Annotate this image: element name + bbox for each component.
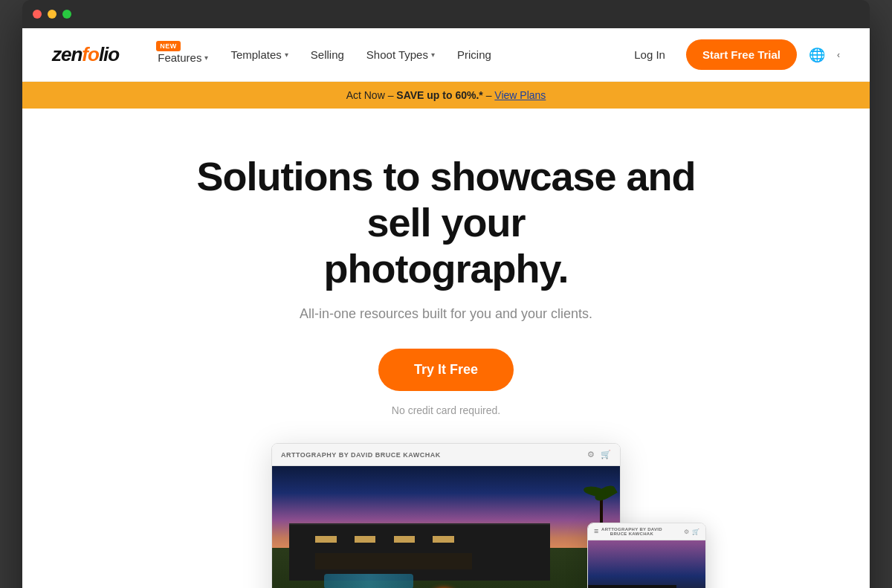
mobile-action-icons: ⚙ 🛒: [684, 529, 699, 535]
browser-window: zenfolio NEW Features ▾ Templates ▾ Sell…: [22, 0, 870, 588]
try-it-free-button[interactable]: Try It Free: [378, 349, 514, 391]
photo-scene: [272, 466, 620, 588]
mockup-action-icons: ⚙ 🛒: [587, 450, 611, 459]
mobile-photo: [588, 540, 705, 588]
pool: [324, 574, 413, 588]
chevron-down-icon: ▾: [431, 51, 435, 59]
mobile-settings-icon[interactable]: ⚙: [684, 529, 689, 535]
mockup-container: ARTTOGRAPHY BY DAVID BRUCE KAWCHAK ⚙ 🛒: [52, 443, 840, 588]
promo-banner: Act Now – SAVE up to 60%.* – View Plans: [22, 82, 870, 109]
mobile-toolbar: ☰ ARTTOGRAPHY BY DAVIDBRUCE KAWCHAK ⚙ 🛒: [588, 523, 705, 540]
nav-item-templates[interactable]: Templates ▾: [222, 42, 297, 67]
globe-icon[interactable]: 🌐: [809, 47, 825, 63]
logo[interactable]: zenfolio: [52, 43, 119, 66]
view-plans-link[interactable]: View Plans: [494, 89, 546, 101]
nav-item-pricing[interactable]: Pricing: [448, 42, 500, 67]
nav-item-selling[interactable]: Selling: [302, 42, 353, 67]
window: [355, 536, 375, 543]
nav-label-features: Features: [158, 51, 201, 64]
nav-label-selling: Selling: [311, 48, 344, 61]
mockup-photo: [272, 466, 620, 588]
chevron-down-icon: ▾: [285, 51, 288, 59]
mobile-mockup: ☰ ARTTOGRAPHY BY DAVIDBRUCE KAWCHAK ⚙ 🛒: [587, 523, 706, 588]
nav-label-shoot-types: Shoot Types: [366, 48, 428, 61]
mockup-site-name: ARTTOGRAPHY BY DAVID BRUCE KAWCHAK: [281, 451, 441, 459]
promo-prefix: Act Now –: [346, 89, 397, 101]
traffic-light-red[interactable]: [33, 10, 42, 19]
nav-label-pricing: Pricing: [457, 48, 491, 61]
desktop-mockup: ARTTOGRAPHY BY DAVID BRUCE KAWCHAK ⚙ 🛒: [271, 443, 621, 588]
login-button[interactable]: Log In: [625, 42, 674, 67]
nav-links: NEW Features ▾ Templates ▾ Selling Shoot…: [149, 39, 625, 70]
page-content: zenfolio NEW Features ▾ Templates ▾ Sell…: [22, 28, 870, 588]
mobile-cart-icon[interactable]: 🛒: [692, 529, 699, 535]
mobile-site-name: ARTTOGRAPHY BY DAVIDBRUCE KAWCHAK: [601, 527, 662, 536]
nav-label-templates: Templates: [230, 48, 281, 61]
hero-subtitle: All-in-one resources built for you and y…: [52, 306, 840, 322]
collapse-icon[interactable]: ‹: [837, 50, 840, 60]
traffic-light-yellow[interactable]: [48, 10, 56, 19]
promo-highlight: SAVE up to 60%.*: [396, 89, 482, 101]
mockup-toolbar: ARTTOGRAPHY BY DAVID BRUCE KAWCHAK ⚙ 🛒: [272, 444, 620, 466]
navbar: zenfolio NEW Features ▾ Templates ▾ Sell…: [22, 28, 870, 82]
window: [394, 536, 415, 543]
window: [315, 553, 472, 570]
hero-title: Solutions to showcase and sell your phot…: [164, 153, 728, 291]
no-credit-text: No credit card required.: [52, 404, 840, 416]
mobile-photo-inner: [588, 540, 705, 588]
mini-building: [588, 585, 676, 588]
nav-item-shoot-types[interactable]: Shoot Types ▾: [358, 42, 444, 67]
traffic-light-green[interactable]: [62, 10, 71, 19]
chevron-down-icon: ▾: [204, 54, 208, 62]
window: [433, 536, 453, 543]
promo-suffix: –: [483, 89, 495, 101]
hero-section: Solutions to showcase and sell your phot…: [22, 109, 870, 588]
building: [289, 523, 550, 581]
cart-icon[interactable]: 🛒: [601, 450, 611, 459]
start-free-trial-button[interactable]: Start Free Trial: [686, 39, 797, 70]
window: [315, 536, 336, 543]
nav-item-features[interactable]: NEW Features ▾: [149, 39, 217, 70]
browser-chrome: [22, 0, 870, 28]
nav-right: Log In Start Free Trial 🌐 ‹: [625, 39, 840, 70]
settings-icon[interactable]: ⚙: [587, 450, 595, 459]
new-badge: NEW: [156, 41, 181, 51]
